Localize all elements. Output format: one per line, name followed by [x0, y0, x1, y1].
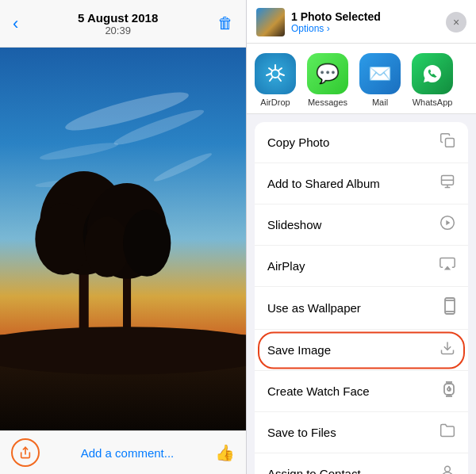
use-as-wallpaper-action[interactable]: Use as Wallpaper — [255, 287, 468, 330]
messages-share-button[interactable]: 💬 Messages — [305, 53, 350, 107]
whatsapp-icon — [412, 53, 453, 94]
share-sheet: 1 Photo Selected Options › × AirDro — [246, 0, 476, 474]
save-image-label: Save Image — [267, 343, 331, 357]
like-button[interactable]: 👍 — [215, 443, 235, 462]
create-watch-face-label: Create Watch Face — [267, 384, 370, 398]
use-as-wallpaper-label: Use as Wallpaper — [267, 301, 361, 315]
create-watch-face-action[interactable]: Create Watch Face — [255, 371, 468, 412]
add-shared-album-icon — [440, 174, 455, 193]
svg-marker-22 — [444, 266, 451, 270]
back-button[interactable]: ‹ — [13, 13, 18, 34]
action-section-1: Copy Photo Add to Shared Album — [255, 122, 468, 474]
svg-point-9 — [35, 203, 90, 275]
whatsapp-share-button[interactable]: WhatsApp — [410, 53, 455, 107]
sheet-title: 1 Photo Selected Options › — [291, 10, 381, 34]
assign-to-contact-label: Assign to Contact — [267, 467, 361, 474]
airplay-action[interactable]: AirPlay — [255, 246, 468, 287]
copy-photo-action[interactable]: Copy Photo — [255, 122, 468, 163]
save-image-action[interactable]: Save Image — [255, 330, 468, 371]
svg-point-15 — [0, 327, 246, 374]
svg-marker-21 — [446, 220, 450, 226]
selected-photo-thumb — [256, 8, 285, 36]
airdrop-share-button[interactable]: AirDrop — [253, 53, 298, 107]
left-panel: ‹ 5 August 2018 20:39 🗑 — [0, 0, 246, 474]
copy-photo-icon — [440, 132, 455, 152]
mail-label: Mail — [372, 97, 388, 107]
airdrop-label: AirDrop — [260, 97, 290, 107]
add-to-shared-album-action[interactable]: Add to Shared Album — [255, 163, 468, 205]
save-image-icon — [440, 340, 455, 360]
action-list: Copy Photo Add to Shared Album — [247, 114, 476, 474]
messages-label: Messages — [308, 97, 347, 107]
whatsapp-label: WhatsApp — [413, 97, 453, 107]
close-sheet-button[interactable]: × — [446, 12, 466, 32]
save-to-files-action[interactable]: Save to Files — [255, 412, 468, 453]
top-bar: ‹ 5 August 2018 20:39 🗑 — [0, 0, 246, 48]
photo-date: 5 August 2018 — [78, 11, 158, 25]
share-button[interactable] — [11, 438, 40, 467]
photo-time: 20:39 — [105, 25, 131, 36]
options-link[interactable]: Options › — [291, 23, 381, 34]
svg-point-13 — [85, 216, 129, 277]
slideshow-label: Slideshow — [267, 218, 321, 231]
mail-icon: ✉️ — [359, 53, 401, 94]
copy-photo-label: Copy Photo — [267, 136, 329, 149]
airplay-icon — [440, 256, 455, 276]
sheet-header: 1 Photo Selected Options › × — [247, 0, 476, 44]
delete-button[interactable]: 🗑 — [217, 14, 233, 32]
selected-count-label: 1 Photo Selected — [291, 10, 381, 23]
airdrop-icon — [255, 53, 296, 94]
files-icon — [440, 422, 455, 442]
messages-icon: 💬 — [307, 53, 348, 94]
svg-point-14 — [123, 209, 171, 277]
svg-rect-18 — [446, 139, 455, 147]
svg-point-33 — [445, 466, 451, 472]
top-bar-center: 5 August 2018 20:39 — [78, 11, 158, 36]
comment-input[interactable]: Add a comment... — [48, 446, 207, 460]
bottom-bar: Add a comment... 👍 — [0, 430, 246, 474]
watch-face-icon — [443, 381, 455, 401]
contact-icon — [440, 464, 455, 474]
wallpaper-icon — [444, 297, 455, 319]
save-to-files-label: Save to Files — [267, 426, 336, 439]
slideshow-action[interactable]: Slideshow — [255, 205, 468, 246]
photo-view — [0, 48, 246, 430]
add-to-shared-album-label: Add to Shared Album — [267, 177, 380, 190]
app-icons-row: AirDrop 💬 Messages ✉️ Mail WhatsApp — [247, 44, 476, 114]
slideshow-icon — [440, 215, 455, 235]
airplay-label: AirPlay — [267, 259, 305, 273]
sheet-header-left: 1 Photo Selected Options › — [256, 8, 381, 36]
mail-share-button[interactable]: ✉️ Mail — [358, 53, 402, 107]
assign-to-contact-action[interactable]: Assign to Contact — [255, 453, 468, 474]
